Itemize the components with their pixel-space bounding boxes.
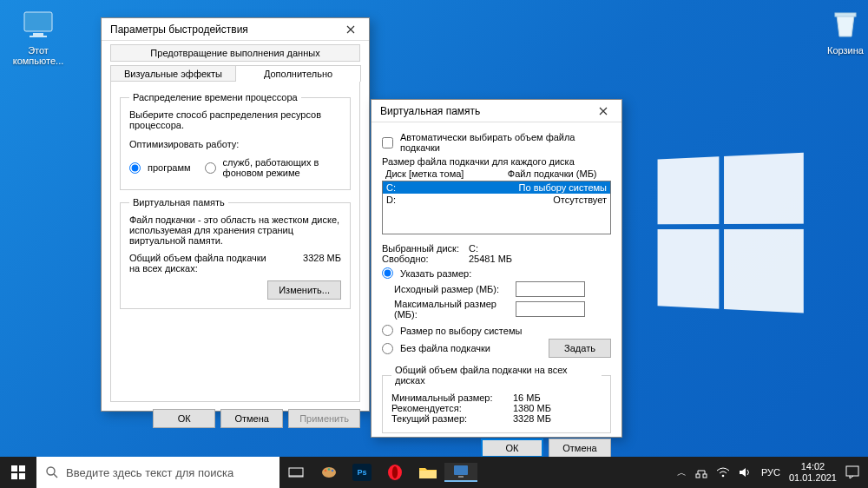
desktop-icon-this-pc[interactable]: Этот компьюте... xyxy=(5,7,71,66)
cancel-button[interactable]: Отмена xyxy=(220,409,283,428)
svg-rect-7 xyxy=(19,473,25,479)
initial-size-label: Исходный размер (МБ): xyxy=(394,284,516,294)
auto-manage-checkbox[interactable]: Автоматически выбирать объем файла подка… xyxy=(382,132,611,153)
svg-rect-0 xyxy=(24,12,52,31)
cancel-button[interactable]: Отмена xyxy=(549,439,611,458)
group-legend: Виртуальная память xyxy=(129,197,228,208)
set-button[interactable]: Задать xyxy=(549,339,611,358)
drive-row[interactable]: D: Отсутствует xyxy=(383,194,610,206)
vm-desc: Файл подкачки - это область на жестком д… xyxy=(129,214,341,246)
titlebar[interactable]: Параметры быстродействия xyxy=(102,18,369,41)
notifications-icon[interactable] xyxy=(845,465,859,479)
change-button[interactable]: Изменить... xyxy=(267,280,341,300)
group-legend: Распределение времени процессора xyxy=(129,92,301,102)
selected-drive-label: Выбранный диск: xyxy=(382,243,469,254)
task-view-button[interactable] xyxy=(279,466,312,478)
svg-point-8 xyxy=(47,467,55,475)
clock[interactable]: 14:02 01.01.2021 xyxy=(789,461,837,484)
svg-rect-24 xyxy=(846,466,858,476)
ok-button[interactable]: ОК xyxy=(481,439,543,458)
svg-rect-6 xyxy=(11,473,17,479)
apply-button[interactable]: Применить xyxy=(288,409,360,428)
svg-point-15 xyxy=(332,470,334,472)
close-icon xyxy=(599,107,608,115)
processor-scheduling-group: Распределение времени процессора Выберит… xyxy=(120,92,351,190)
taskbar-app-opera[interactable] xyxy=(378,464,411,481)
radio-services[interactable]: служб, работающих в фоновом режиме xyxy=(205,157,341,178)
each-drive-label: Размер файла подкачки для каждого диска xyxy=(382,156,611,167)
free-space-label: Свободно: xyxy=(382,254,469,264)
folder-icon xyxy=(418,465,437,479)
ps-icon: Ps xyxy=(352,464,372,481)
svg-point-13 xyxy=(325,470,327,472)
svg-line-9 xyxy=(54,474,57,478)
svg-point-17 xyxy=(392,466,398,478)
start-button[interactable] xyxy=(0,457,36,488)
auto-manage-input[interactable] xyxy=(382,137,393,148)
tab-advanced[interactable]: Дополнительно xyxy=(235,65,361,82)
volume-icon[interactable] xyxy=(739,467,753,478)
close-icon xyxy=(346,25,355,34)
wifi-icon[interactable] xyxy=(716,467,730,478)
optimize-label: Оптимизировать работу: xyxy=(129,139,341,149)
system-tray: ︿ РУС 14:02 01.01.2021 xyxy=(668,457,868,488)
selected-drive-value: C: xyxy=(469,243,478,254)
system-icon xyxy=(452,463,470,480)
time: 14:02 xyxy=(789,461,837,472)
group-legend: Общий объем файла подкачки на всех диска… xyxy=(391,365,602,386)
taskbar-app-photoshop[interactable]: Ps xyxy=(345,464,378,481)
radio-custom-size[interactable]: Указать размер: xyxy=(382,267,611,279)
drive-row[interactable]: C: По выбору системы xyxy=(383,181,610,194)
initial-size-input[interactable] xyxy=(516,281,585,297)
radio-system-managed[interactable]: Размер по выбору системы xyxy=(382,325,611,336)
taskbar: Введите здесь текст для поиска Ps ︿ РУС … xyxy=(0,457,868,488)
drive-listbox[interactable]: C: По выбору системы D: Отсутствует xyxy=(382,181,611,234)
close-button[interactable] xyxy=(590,102,616,120)
close-button[interactable] xyxy=(338,21,364,38)
svg-rect-4 xyxy=(11,465,17,472)
windows-logo xyxy=(658,153,799,307)
monitor-icon xyxy=(21,7,56,42)
desktop-icon-label: Корзина xyxy=(827,45,864,56)
svg-rect-3 xyxy=(835,13,856,16)
col-drive: Диск [метка тома] xyxy=(385,168,508,179)
virtual-memory-dialog: Виртуальная память Автоматически выбират… xyxy=(371,99,622,438)
titlebar[interactable]: Виртуальная память xyxy=(372,100,621,122)
tab-dep[interactable]: Предотвращение выполнения данных xyxy=(110,44,360,62)
svg-point-14 xyxy=(328,468,331,471)
ok-button[interactable]: ОК xyxy=(153,409,215,428)
svg-rect-2 xyxy=(30,36,47,37)
tray-chevron-icon[interactable]: ︿ xyxy=(677,466,687,479)
max-size-input[interactable] xyxy=(516,301,585,317)
search-box[interactable]: Введите здесь текст для поиска xyxy=(36,457,279,488)
date: 01.01.2021 xyxy=(789,472,837,484)
recycle-bin-icon xyxy=(828,7,863,42)
free-space-value: 25481 МБ xyxy=(469,254,512,264)
svg-point-23 xyxy=(722,475,725,478)
radio-programs[interactable]: программ xyxy=(129,162,191,174)
svg-rect-1 xyxy=(33,33,43,36)
taskbar-app-explorer[interactable] xyxy=(411,465,444,479)
taskbar-app-paint[interactable] xyxy=(312,465,345,479)
performance-options-dialog: Параметры быстродействия Предотвращение … xyxy=(101,17,370,412)
taskbar-app-settings[interactable] xyxy=(444,463,477,482)
search-icon xyxy=(45,465,59,479)
radio-services-input[interactable] xyxy=(205,162,216,174)
svg-rect-18 xyxy=(419,471,437,478)
network-icon[interactable] xyxy=(695,466,707,478)
radio-no-pagefile[interactable]: Без файла подкачки xyxy=(382,343,549,354)
palette-icon xyxy=(320,465,338,479)
vm-total-label: Общий объем файла подкачки на всех диска… xyxy=(129,253,268,274)
desktop-icon-recycle-bin[interactable]: Корзина xyxy=(812,7,868,56)
svg-rect-5 xyxy=(19,465,25,472)
windows-icon xyxy=(11,465,25,479)
radio-programs-input[interactable] xyxy=(129,162,141,174)
col-pagefile: Файл подкачки (МБ) xyxy=(508,168,608,179)
tab-visual-effects[interactable]: Визуальные эффекты xyxy=(110,65,236,82)
max-size-label: Максимальный размер (МБ): xyxy=(394,299,516,320)
virtual-memory-group: Виртуальная память Файл подкачки - это о… xyxy=(120,197,351,309)
search-placeholder: Введите здесь текст для поиска xyxy=(66,466,233,479)
desktop-icon-label: Этот компьюте... xyxy=(13,45,64,66)
language-indicator[interactable]: РУС xyxy=(761,467,780,478)
svg-rect-20 xyxy=(458,476,464,478)
